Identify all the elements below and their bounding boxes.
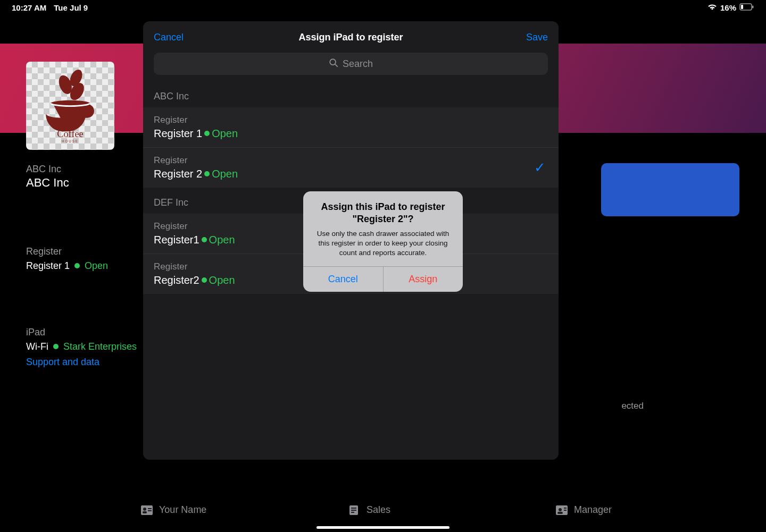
status-time: 10:27 AM [12, 3, 46, 12]
bottom-mode-label: Sales [367, 504, 390, 516]
ipad-block: iPad Wi-Fi Stark Enterprises Support and… [26, 327, 137, 368]
receipt-icon [348, 505, 360, 515]
status-dot-icon [74, 263, 80, 268]
org-block: ABC Inc ABC Inc [26, 164, 69, 190]
svg-rect-21 [557, 512, 563, 514]
register-status: Open [209, 234, 235, 246]
confirm-assign-alert: Assign this iPad to register "Register 2… [303, 191, 463, 292]
person-card-icon [556, 505, 568, 515]
bottom-role-label: Manager [574, 504, 612, 516]
svg-rect-16 [351, 508, 356, 509]
register-eyebrow: Register [154, 261, 235, 272]
register-status: Open [212, 128, 238, 140]
svg-rect-23 [564, 510, 567, 511]
status-dot-icon [202, 237, 207, 242]
section-header: ABC Inc [143, 81, 559, 107]
register-name: Register1 [154, 234, 199, 246]
modal-title: Assign iPad to register [191, 32, 511, 43]
alert-assign-button[interactable]: Assign [384, 267, 463, 292]
search-placeholder: Search [343, 58, 373, 70]
status-date: Tue Jul 9 [54, 3, 88, 12]
svg-line-9 [335, 64, 337, 66]
svg-rect-1 [741, 5, 743, 9]
bottom-role[interactable]: Manager [556, 504, 700, 516]
status-dot-icon [202, 277, 207, 283]
register-eyebrow: Register [154, 221, 235, 232]
ipad-label: iPad [26, 327, 137, 338]
alert-cancel-button[interactable]: Cancel [303, 267, 384, 292]
register-name: Register 1 [154, 128, 202, 140]
current-register-block[interactable]: Register Register 1 Open [26, 246, 108, 272]
status-dot-icon [53, 344, 59, 349]
battery-icon [739, 3, 754, 12]
store-logo: Coffee HOUSE [26, 62, 114, 150]
register-row[interactable]: Register Register 2 Open ✓ [143, 148, 559, 188]
support-and-data-link[interactable]: Support and data [26, 357, 137, 368]
svg-rect-14 [148, 510, 152, 511]
status-dot-icon [204, 171, 210, 176]
register-eyebrow: Register [154, 115, 238, 125]
svg-text:Coffee: Coffee [57, 129, 84, 140]
org-label: ABC Inc [26, 164, 69, 175]
register-status: Open [212, 168, 238, 180]
current-register-status: Open [85, 260, 108, 271]
register-name: Register 2 [154, 168, 202, 180]
svg-rect-12 [143, 511, 147, 513]
register-row[interactable]: Register Register 1 Open [143, 107, 559, 148]
status-dot-icon [204, 131, 210, 136]
svg-text:HOUSE: HOUSE [62, 139, 79, 142]
home-indicator[interactable] [317, 526, 449, 529]
svg-rect-2 [752, 5, 754, 8]
svg-point-8 [330, 59, 336, 65]
svg-rect-22 [564, 508, 567, 509]
svg-rect-17 [351, 510, 356, 511]
current-register-name: Register 1 [26, 260, 70, 271]
id-badge-icon [141, 505, 153, 515]
primary-action-button[interactable] [601, 163, 739, 216]
register-label: Register [26, 246, 108, 257]
checkmark-icon: ✓ [534, 159, 548, 176]
register-status: Open [209, 274, 235, 286]
svg-rect-18 [351, 512, 354, 513]
search-input[interactable]: Search [154, 53, 548, 75]
register-eyebrow: Register [154, 155, 238, 166]
save-button[interactable]: Save [511, 32, 548, 43]
wifi-name: Stark Enterprises [63, 341, 137, 352]
partial-text-detected: ected [621, 401, 644, 411]
bottom-user[interactable]: Your Name [141, 504, 285, 516]
svg-point-11 [143, 508, 146, 511]
cancel-button[interactable]: Cancel [154, 32, 191, 43]
status-bar: 10:27 AM Tue Jul 9 16% [0, 0, 766, 13]
bottom-mode[interactable]: Sales [348, 504, 492, 516]
search-icon [329, 58, 338, 70]
alert-title: Assign this iPad to register "Register 2… [313, 201, 453, 226]
svg-rect-13 [148, 508, 152, 509]
wifi-icon [707, 3, 717, 12]
register-name: Register2 [154, 274, 199, 286]
wifi-label: Wi-Fi [26, 341, 48, 352]
svg-point-20 [559, 508, 562, 511]
org-name: ABC Inc [26, 176, 69, 190]
bottom-user-label: Your Name [159, 504, 206, 516]
battery-percent: 16% [720, 3, 736, 12]
alert-message: Use only the cash drawer associated with… [313, 229, 453, 258]
